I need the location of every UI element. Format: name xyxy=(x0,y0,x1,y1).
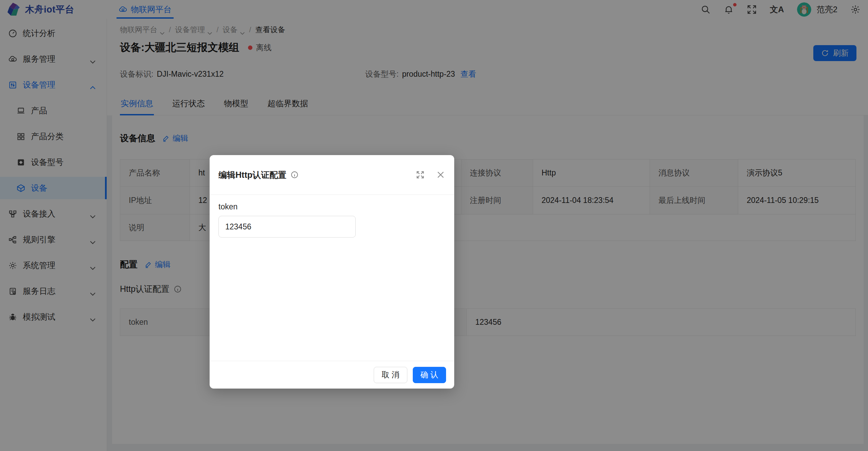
confirm-button[interactable]: 确 认 xyxy=(413,367,446,383)
modal-footer: 取 消 确 认 xyxy=(210,361,454,389)
expand-icon[interactable] xyxy=(415,170,425,180)
modal-title: 编辑Http认证配置 xyxy=(218,169,286,181)
modal-body: token xyxy=(210,195,454,361)
screen: 木舟iot平台 物联网平台 文A xyxy=(0,0,868,451)
token-field-label: token xyxy=(218,202,445,211)
cancel-button[interactable]: 取 消 xyxy=(374,367,407,383)
edit-http-auth-modal: 编辑Http认证配置 token 取 消 确 认 xyxy=(210,155,454,389)
token-input[interactable] xyxy=(218,216,356,238)
modal-header: 编辑Http认证配置 xyxy=(210,155,454,195)
close-icon[interactable] xyxy=(436,170,445,180)
info-circle-icon[interactable] xyxy=(290,171,299,179)
